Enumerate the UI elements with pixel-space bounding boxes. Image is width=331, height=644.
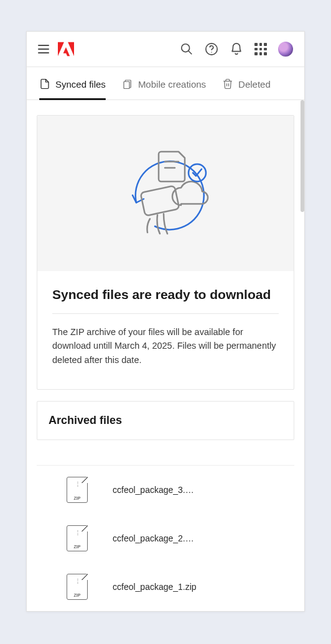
topbar-right [180, 42, 293, 57]
tab-label: Synced files [55, 79, 106, 90]
file-name: ccfeol_package_3.… [113, 485, 194, 495]
topbar-left [38, 42, 74, 57]
tabs: Synced files Mobile creations Deleted [27, 67, 304, 100]
adobe-logo[interactable] [58, 42, 74, 57]
file-icon [39, 78, 50, 90]
tab-label: Deleted [238, 79, 271, 90]
menu-button[interactable] [38, 45, 49, 53]
archived-card: Archived files [37, 401, 294, 440]
svg-line-1 [189, 51, 192, 55]
tab-synced-files[interactable]: Synced files [39, 67, 106, 99]
file-item[interactable]: ⦙ZIP ccfeol_package_2.… [37, 514, 294, 563]
file-item[interactable]: ⦙ZIP ccfeol_package_1.zip [37, 563, 294, 611]
hero-body: The ZIP archive of your files will be av… [52, 325, 279, 367]
scrollbar[interactable] [301, 100, 304, 212]
svg-point-0 [182, 44, 190, 52]
tab-label: Mobile creations [138, 79, 206, 90]
file-list: ⦙ZIP ccfeol_package_3.… ⦙ZIP ccfeol_pack… [37, 465, 294, 611]
svg-point-8 [189, 164, 206, 182]
svg-point-3 [211, 52, 212, 52]
hero-card: Synced files are ready to download The Z… [37, 115, 294, 390]
apps-icon[interactable] [254, 43, 267, 55]
clipboard-icon [122, 78, 133, 90]
avatar[interactable] [278, 42, 293, 57]
trash-icon [222, 78, 233, 90]
svg-rect-5 [124, 81, 129, 88]
hero-text: Synced files are ready to download The Z… [37, 271, 294, 389]
zip-icon: ⦙ZIP [67, 477, 88, 503]
file-item[interactable]: ⦙ZIP ccfeol_package_3.… [37, 466, 294, 514]
content-area: Synced files are ready to download The Z… [27, 100, 304, 611]
file-name: ccfeol_package_2.… [113, 533, 194, 543]
app-panel: Synced files Mobile creations Deleted [26, 31, 305, 612]
topbar [27, 32, 304, 67]
search-icon[interactable] [180, 42, 193, 56]
tab-deleted[interactable]: Deleted [222, 67, 271, 99]
bell-icon[interactable] [230, 42, 243, 56]
help-icon[interactable] [205, 42, 218, 56]
archived-title: Archived files [49, 414, 282, 427]
tab-mobile-creations[interactable]: Mobile creations [122, 67, 206, 99]
hero-title: Synced files are ready to download [52, 287, 279, 314]
zip-icon: ⦙ZIP [67, 525, 88, 551]
zip-icon: ⦙ZIP [67, 574, 88, 600]
file-name: ccfeol_package_1.zip [113, 582, 197, 592]
hero-illustration [37, 116, 294, 271]
